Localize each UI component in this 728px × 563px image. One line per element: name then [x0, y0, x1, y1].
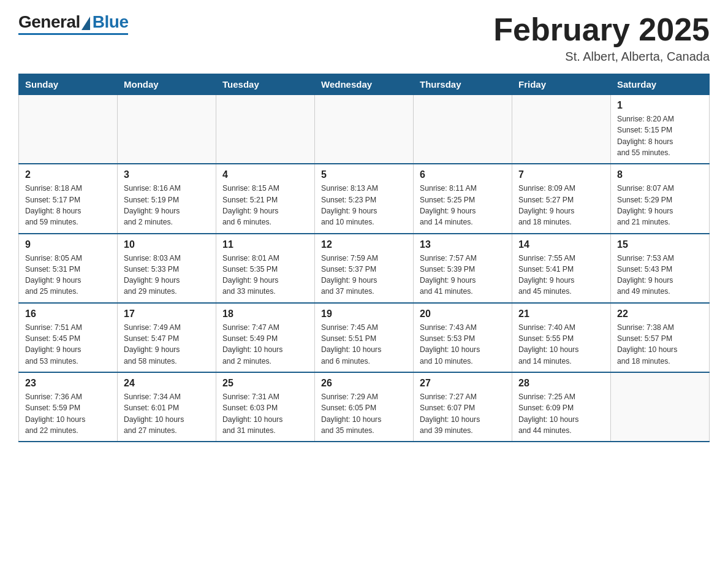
- day-cell: 19Sunrise: 7:45 AM Sunset: 5:51 PM Dayli…: [315, 303, 414, 372]
- day-info: Sunrise: 7:49 AM Sunset: 5:47 PM Dayligh…: [124, 322, 210, 367]
- day-cell: 3Sunrise: 8:16 AM Sunset: 5:19 PM Daylig…: [118, 164, 216, 233]
- day-cell: 24Sunrise: 7:34 AM Sunset: 6:01 PM Dayli…: [118, 372, 216, 442]
- day-cell: 12Sunrise: 7:59 AM Sunset: 5:37 PM Dayli…: [315, 234, 414, 303]
- day-info: Sunrise: 7:40 AM Sunset: 5:55 PM Dayligh…: [518, 322, 604, 367]
- day-cell: 25Sunrise: 7:31 AM Sunset: 6:03 PM Dayli…: [216, 372, 315, 442]
- page-header: General Blue February 2025 St. Albert, A…: [18, 12, 710, 64]
- week-row-3: 9Sunrise: 8:05 AM Sunset: 5:31 PM Daylig…: [19, 234, 710, 303]
- week-row-5: 23Sunrise: 7:36 AM Sunset: 5:59 PM Dayli…: [19, 372, 710, 442]
- day-number: 24: [124, 378, 210, 389]
- day-cell: 18Sunrise: 7:47 AM Sunset: 5:49 PM Dayli…: [216, 303, 315, 372]
- header-cell-friday: Friday: [512, 74, 611, 95]
- day-info: Sunrise: 7:25 AM Sunset: 6:09 PM Dayligh…: [518, 391, 604, 436]
- day-info: Sunrise: 8:03 AM Sunset: 5:33 PM Dayligh…: [124, 253, 210, 297]
- logo-underline: [18, 33, 128, 35]
- day-number: 16: [25, 308, 111, 320]
- day-info: Sunrise: 7:45 AM Sunset: 5:51 PM Dayligh…: [321, 322, 407, 367]
- month-title: February 2025: [493, 12, 710, 47]
- day-cell: [414, 95, 512, 164]
- logo-blue-text: Blue: [93, 12, 129, 32]
- day-number: 19: [321, 308, 407, 320]
- day-cell: 2Sunrise: 8:18 AM Sunset: 5:17 PM Daylig…: [19, 164, 118, 233]
- day-number: 3: [124, 169, 210, 180]
- day-number: 21: [518, 308, 604, 320]
- day-info: Sunrise: 8:16 AM Sunset: 5:19 PM Dayligh…: [124, 183, 210, 228]
- day-cell: 17Sunrise: 7:49 AM Sunset: 5:47 PM Dayli…: [118, 303, 216, 372]
- day-cell: 11Sunrise: 8:01 AM Sunset: 5:35 PM Dayli…: [216, 234, 315, 303]
- day-number: 13: [420, 239, 506, 250]
- day-cell: 5Sunrise: 8:13 AM Sunset: 5:23 PM Daylig…: [315, 164, 414, 233]
- day-info: Sunrise: 7:31 AM Sunset: 6:03 PM Dayligh…: [222, 391, 308, 436]
- day-cell: 28Sunrise: 7:25 AM Sunset: 6:09 PM Dayli…: [512, 372, 611, 442]
- day-info: Sunrise: 8:18 AM Sunset: 5:17 PM Dayligh…: [25, 183, 111, 228]
- day-info: Sunrise: 8:15 AM Sunset: 5:21 PM Dayligh…: [222, 183, 308, 228]
- header-cell-tuesday: Tuesday: [216, 74, 315, 95]
- day-number: 15: [617, 239, 703, 250]
- day-number: 2: [25, 169, 111, 180]
- day-info: Sunrise: 8:09 AM Sunset: 5:27 PM Dayligh…: [518, 183, 604, 228]
- day-cell: 15Sunrise: 7:53 AM Sunset: 5:43 PM Dayli…: [611, 234, 710, 303]
- day-cell: 21Sunrise: 7:40 AM Sunset: 5:55 PM Dayli…: [512, 303, 611, 372]
- day-number: 20: [420, 308, 506, 320]
- day-number: 5: [321, 169, 407, 180]
- calendar-table: SundayMondayTuesdayWednesdayThursdayFrid…: [18, 74, 710, 442]
- logo: General Blue: [18, 12, 128, 35]
- day-number: 25: [222, 378, 308, 389]
- day-cell: [19, 95, 118, 164]
- week-row-2: 2Sunrise: 8:18 AM Sunset: 5:17 PM Daylig…: [19, 164, 710, 233]
- day-number: 17: [124, 308, 210, 320]
- day-cell: 6Sunrise: 8:11 AM Sunset: 5:25 PM Daylig…: [414, 164, 512, 233]
- header-cell-monday: Monday: [118, 74, 216, 95]
- day-cell: 4Sunrise: 8:15 AM Sunset: 5:21 PM Daylig…: [216, 164, 315, 233]
- day-cell: [216, 95, 315, 164]
- day-cell: [118, 95, 216, 164]
- day-info: Sunrise: 7:36 AM Sunset: 5:59 PM Dayligh…: [25, 391, 111, 436]
- day-cell: [512, 95, 611, 164]
- day-info: Sunrise: 7:43 AM Sunset: 5:53 PM Dayligh…: [420, 322, 506, 367]
- header-cell-sunday: Sunday: [19, 74, 118, 95]
- day-info: Sunrise: 8:07 AM Sunset: 5:29 PM Dayligh…: [617, 183, 703, 228]
- day-number: 26: [321, 378, 407, 389]
- header-cell-wednesday: Wednesday: [315, 74, 414, 95]
- day-cell: 16Sunrise: 7:51 AM Sunset: 5:45 PM Dayli…: [19, 303, 118, 372]
- logo-triangle-icon: [82, 17, 90, 30]
- day-info: Sunrise: 7:55 AM Sunset: 5:41 PM Dayligh…: [518, 253, 604, 297]
- logo-general-text: General: [18, 12, 80, 32]
- day-info: Sunrise: 7:59 AM Sunset: 5:37 PM Dayligh…: [321, 253, 407, 297]
- day-number: 11: [222, 239, 308, 250]
- day-info: Sunrise: 7:34 AM Sunset: 6:01 PM Dayligh…: [124, 391, 210, 436]
- day-cell: 10Sunrise: 8:03 AM Sunset: 5:33 PM Dayli…: [118, 234, 216, 303]
- header-row: SundayMondayTuesdayWednesdayThursdayFrid…: [19, 74, 710, 95]
- day-info: Sunrise: 7:47 AM Sunset: 5:49 PM Dayligh…: [222, 322, 308, 367]
- day-info: Sunrise: 8:05 AM Sunset: 5:31 PM Dayligh…: [25, 253, 111, 297]
- day-info: Sunrise: 7:38 AM Sunset: 5:57 PM Dayligh…: [617, 322, 703, 367]
- day-number: 18: [222, 308, 308, 320]
- day-number: 10: [124, 239, 210, 250]
- day-info: Sunrise: 8:13 AM Sunset: 5:23 PM Dayligh…: [321, 183, 407, 228]
- day-info: Sunrise: 8:20 AM Sunset: 5:15 PM Dayligh…: [617, 113, 703, 158]
- day-info: Sunrise: 7:27 AM Sunset: 6:07 PM Dayligh…: [420, 391, 506, 436]
- day-number: 22: [617, 308, 703, 320]
- day-cell: 1Sunrise: 8:20 AM Sunset: 5:15 PM Daylig…: [611, 95, 710, 164]
- day-cell: 9Sunrise: 8:05 AM Sunset: 5:31 PM Daylig…: [19, 234, 118, 303]
- day-info: Sunrise: 8:11 AM Sunset: 5:25 PM Dayligh…: [420, 183, 506, 228]
- day-info: Sunrise: 7:57 AM Sunset: 5:39 PM Dayligh…: [420, 253, 506, 297]
- day-info: Sunrise: 7:51 AM Sunset: 5:45 PM Dayligh…: [25, 322, 111, 367]
- day-cell: 7Sunrise: 8:09 AM Sunset: 5:27 PM Daylig…: [512, 164, 611, 233]
- day-number: 12: [321, 239, 407, 250]
- day-cell: 23Sunrise: 7:36 AM Sunset: 5:59 PM Dayli…: [19, 372, 118, 442]
- location-text: St. Albert, Alberta, Canada: [493, 50, 710, 64]
- day-info: Sunrise: 7:29 AM Sunset: 6:05 PM Dayligh…: [321, 391, 407, 436]
- day-number: 28: [518, 378, 604, 389]
- day-number: 4: [222, 169, 308, 180]
- day-number: 7: [518, 169, 604, 180]
- day-info: Sunrise: 8:01 AM Sunset: 5:35 PM Dayligh…: [222, 253, 308, 297]
- day-number: 14: [518, 239, 604, 250]
- calendar-body: 1Sunrise: 8:20 AM Sunset: 5:15 PM Daylig…: [19, 95, 710, 442]
- day-cell: 26Sunrise: 7:29 AM Sunset: 6:05 PM Dayli…: [315, 372, 414, 442]
- day-number: 23: [25, 378, 111, 389]
- day-info: Sunrise: 7:53 AM Sunset: 5:43 PM Dayligh…: [617, 253, 703, 297]
- day-cell: [315, 95, 414, 164]
- day-number: 8: [617, 169, 703, 180]
- day-number: 27: [420, 378, 506, 389]
